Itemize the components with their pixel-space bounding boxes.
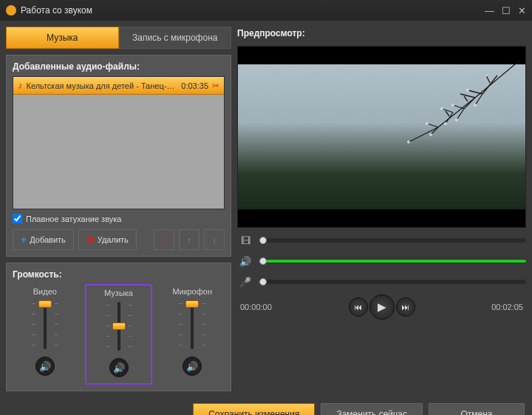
file-duration: 0:03:35 xyxy=(181,81,208,90)
speaker-icon: 🔊 xyxy=(39,361,51,372)
preview-header: Предпросмотр: xyxy=(237,27,526,41)
volume-music: Музыка 🔊 xyxy=(85,284,153,385)
svg-point-7 xyxy=(429,133,432,136)
volume-video-slider[interactable] xyxy=(27,300,64,352)
volume-panel: Громкость: Видео 🔊 Музыка xyxy=(6,263,231,391)
time-current: 00:00:00 xyxy=(240,303,272,311)
replace-button[interactable]: Заменить сейчас xyxy=(321,403,423,415)
mute-mic-button[interactable]: 🔊 xyxy=(183,357,202,376)
file-list[interactable]: ♪ Кельтская музыка для детей - Танец-Ht.… xyxy=(13,76,225,209)
video-track: 🎞 xyxy=(237,232,526,249)
mic-icon: 🎤 xyxy=(237,277,253,288)
save-button[interactable]: Сохранить изменения xyxy=(193,403,315,415)
scissors-icon[interactable]: ✂ xyxy=(212,81,219,91)
files-panel: Добавленные аудио-файлы: ♪ Кельтская муз… xyxy=(6,55,231,257)
play-icon: ▶ xyxy=(378,300,386,314)
time-total: 00:02:05 xyxy=(491,303,523,311)
music-note-icon: ♪ xyxy=(18,80,23,91)
clear-icon: ▢ xyxy=(160,235,168,245)
audio-seekbar[interactable] xyxy=(259,259,526,263)
arrow-down-icon: ↓ xyxy=(212,235,216,244)
skip-back-icon: ⏮ xyxy=(354,303,362,311)
svg-point-6 xyxy=(426,122,429,125)
window-title: Работа со звуком xyxy=(21,5,485,16)
bottom-bar: Сохранить изменения Заменить сейчас Отме… xyxy=(0,397,532,415)
mute-video-button[interactable]: 🔊 xyxy=(35,357,55,376)
mute-music-button[interactable]: 🔊 xyxy=(109,358,129,377)
file-name: Кельтская музыка для детей - Танец-Ht... xyxy=(27,81,178,90)
speaker-icon: 🔊 xyxy=(113,362,125,374)
fade-label: Плавное затухание звука xyxy=(26,215,121,223)
tab-microphone[interactable]: Запись с микрофона xyxy=(119,27,232,49)
move-down-button[interactable]: ↓ xyxy=(204,229,225,250)
x-icon: ✖ xyxy=(86,235,95,246)
app-icon xyxy=(6,5,16,16)
volume-mic-label: Микрофон xyxy=(172,287,212,296)
volume-video-label: Видео xyxy=(33,287,57,296)
mic-track: 🎤 xyxy=(237,274,526,290)
maximize-button[interactable]: ☐ xyxy=(502,5,511,16)
speaker-icon: 🔊 xyxy=(237,256,253,267)
svg-point-0 xyxy=(466,89,469,92)
volume-music-slider[interactable] xyxy=(100,302,137,354)
fade-checkbox-row[interactable]: Плавное затухание звука xyxy=(13,214,225,223)
svg-point-2 xyxy=(451,104,454,107)
fade-checkbox[interactable] xyxy=(13,214,22,223)
files-header: Добавленные аудио-файлы: xyxy=(13,61,225,72)
svg-point-8 xyxy=(407,141,410,144)
plus-icon: + xyxy=(21,234,27,246)
titlebar: Работа со звуком — ☐ ✕ xyxy=(0,0,532,21)
skip-forward-icon: ⏭ xyxy=(401,303,409,311)
minimize-button[interactable]: — xyxy=(485,5,494,16)
video-seekbar[interactable] xyxy=(259,238,526,243)
volume-mic: Микрофон 🔊 xyxy=(160,284,225,385)
file-item[interactable]: ♪ Кельтская музыка для детей - Танец-Ht.… xyxy=(13,77,224,95)
volume-mic-slider[interactable] xyxy=(174,300,211,352)
svg-point-9 xyxy=(485,75,488,77)
clear-button[interactable]: ▢ xyxy=(154,229,174,250)
preview-image xyxy=(372,61,519,146)
cancel-button[interactable]: Отмена xyxy=(429,403,525,415)
svg-point-3 xyxy=(455,118,458,121)
audio-track: 🔊 xyxy=(237,253,526,269)
next-button[interactable]: ⏭ xyxy=(396,297,415,317)
play-button[interactable]: ▶ xyxy=(369,294,395,320)
film-icon: 🎞 xyxy=(237,235,253,246)
arrow-up-icon: ↑ xyxy=(187,235,191,244)
tabs: Музыка Запись с микрофона xyxy=(6,27,231,49)
speaker-icon: 🔊 xyxy=(186,361,198,372)
svg-point-4 xyxy=(440,107,443,110)
volume-music-label: Музыка xyxy=(104,289,133,297)
svg-point-1 xyxy=(474,104,477,107)
prev-button[interactable]: ⏮ xyxy=(349,297,368,317)
close-button[interactable]: ✕ xyxy=(518,5,526,16)
move-up-button[interactable]: ↑ xyxy=(179,229,200,250)
delete-button[interactable]: ✖Удалить xyxy=(78,229,137,250)
svg-point-5 xyxy=(444,122,447,125)
volume-video: Видео 🔊 xyxy=(13,284,78,385)
volume-header: Громкость: xyxy=(13,269,225,280)
preview-viewport[interactable] xyxy=(237,46,526,228)
add-button[interactable]: +Добавить xyxy=(13,229,74,250)
tab-music[interactable]: Музыка xyxy=(6,27,119,49)
mic-seekbar[interactable] xyxy=(259,280,526,284)
